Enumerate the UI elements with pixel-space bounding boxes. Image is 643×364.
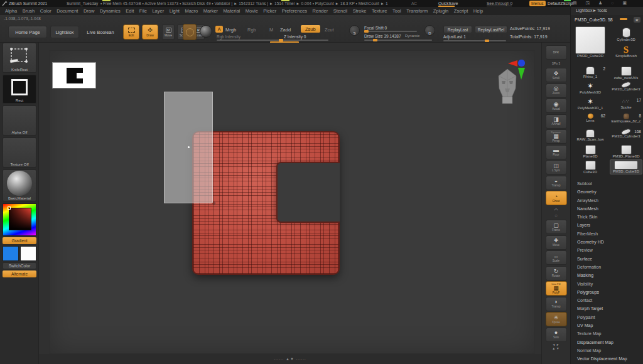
xpose-button[interactable]: ✳Xpose (546, 312, 567, 326)
transp-lower-button[interactable]: ◗Transp (546, 297, 567, 311)
m-toggle[interactable]: M (269, 27, 273, 33)
persp-button[interactable]: Dynamic▦Persp (546, 129, 567, 144)
tool-item[interactable]: Plane3D (574, 145, 607, 158)
polyframe-button[interactable]: Line Fill▦PolyF (546, 281, 567, 296)
rgb-toggle[interactable]: Rgb (247, 27, 256, 33)
tool-item[interactable]: 62 Lens (574, 114, 607, 122)
aahalf-button[interactable]: ◨AAHalf (546, 114, 567, 129)
tool-item[interactable]: 168 PM3D_Cylinder3 (610, 129, 642, 138)
menu-layer[interactable]: Layer (152, 8, 164, 14)
frame-button[interactable]: ▢Frame (546, 220, 567, 234)
floor-button[interactable]: ▬Floor (546, 145, 567, 159)
bottom-tray-divider[interactable]: ∙∙∙∙∙∙ ▲▼ ∙∙∙∙∙∙ (39, 354, 541, 364)
lightbox-button[interactable]: LightBox (50, 26, 79, 38)
divider-arrows[interactable]: ▲▼ (286, 357, 294, 361)
menu-transform[interactable]: Transform (406, 8, 428, 14)
switch-color-button[interactable]: SwitchColor (3, 262, 36, 269)
menus-button[interactable]: Menus (529, 1, 546, 6)
menu-zscript[interactable]: Zscript (454, 8, 468, 14)
home-page-button[interactable]: Home Page (8, 26, 47, 38)
titlebar-icons[interactable]: ▤ ◳ ♟ ◌ ▣ (573, 1, 630, 6)
zadd-toggle[interactable]: Zadd (280, 27, 291, 33)
section-polypaint[interactable]: Polypaint (571, 313, 643, 321)
menu-brush[interactable]: Brush (23, 8, 35, 14)
actual-button[interactable]: ◉Actual (546, 99, 567, 113)
tool-item[interactable]: RAW_Scan_low (574, 129, 607, 141)
misc-shelf-icons[interactable]: ◠◌ (546, 206, 567, 219)
menu-tool[interactable]: Tool (392, 8, 401, 14)
menu-texture[interactable]: Texture (372, 8, 387, 14)
draw-size-slider[interactable]: Draw Size 39.14387 (364, 34, 401, 38)
selection-rectangle[interactable] (164, 92, 213, 203)
menu-stroke[interactable]: Stroke (353, 8, 367, 14)
replay-last-rel-button[interactable]: ReplayLastRel (475, 26, 507, 33)
stroke-selector[interactable]: Rect (3, 75, 36, 104)
menu-file[interactable]: File (139, 8, 147, 14)
menu-zplugin[interactable]: Zplugin (433, 8, 449, 14)
menu-alpha[interactable]: Alpha (5, 8, 17, 14)
gradient-button[interactable]: Gradient (3, 237, 36, 244)
edit-mode-button[interactable]: Edit (123, 24, 139, 40)
zoom-button[interactable]: ◎Zoom (546, 83, 567, 98)
section-visibility[interactable]: Visibility (571, 280, 643, 288)
bpr-button[interactable]: BPR (546, 45, 567, 60)
adjust-last-handle[interactable] (485, 40, 489, 42)
tool-item[interactable]: 2 Rhino_1 (574, 67, 607, 78)
tool-item[interactable]: Cube3D (574, 161, 607, 174)
r-button[interactable]: R (634, 17, 640, 23)
texture-selector[interactable]: Texture Off (3, 137, 36, 168)
color-a-chip[interactable]: A (215, 26, 223, 33)
document-viewport[interactable]: + (49, 50, 535, 354)
tool-item[interactable]: S SimpleBrush (610, 45, 642, 58)
section-morph-target[interactable]: Morph Target (571, 304, 643, 313)
section-preview[interactable]: Preview (571, 246, 643, 254)
rotate-nav-button[interactable]: ↻Rotate (546, 266, 567, 281)
menu-document[interactable]: Document (57, 8, 78, 14)
section-surface[interactable]: Surface (571, 255, 643, 263)
section-masking[interactable]: Masking (571, 271, 643, 279)
color-picker[interactable] (3, 203, 36, 236)
section-texture-map[interactable]: Texture Map (571, 329, 643, 338)
menu-material[interactable]: Material (224, 8, 240, 14)
section-arraymesh[interactable]: ArrayMesh (571, 196, 643, 205)
quicksave-button[interactable]: QuickSave (438, 1, 458, 6)
menu-picker[interactable]: Picker (263, 8, 276, 14)
lsym-button[interactable]: ◫L.Sym (546, 160, 567, 174)
tool-item[interactable]: PM3D_Plane3D (610, 145, 642, 158)
material-selector[interactable]: BasicMaterial (3, 169, 36, 201)
rgb-intensity-slider[interactable]: Rgb Intensity (217, 35, 240, 39)
draw-size-handle[interactable] (373, 39, 377, 41)
section-displacement-map[interactable]: Displacement Map (571, 338, 643, 346)
tool-item[interactable]: ✶ PolyMesh3D (574, 82, 607, 94)
section-layers[interactable]: Layers (571, 221, 643, 229)
section-subtool[interactable]: Subtool (571, 179, 643, 188)
focal-shift-slider[interactable]: Focal Shift 0 (364, 26, 387, 30)
menu-render[interactable]: Render (313, 8, 328, 14)
menu-macro[interactable]: Macro (185, 8, 198, 14)
zcut-toggle[interactable]: Zcut (325, 27, 334, 33)
stroke-s-picker[interactable]: S (349, 25, 360, 36)
default-zscript-button[interactable]: DefaultZScript (548, 1, 573, 6)
menu-stencil[interactable]: Stencil (333, 8, 348, 14)
solo-button[interactable]: ●Solo (546, 328, 567, 342)
saturation-value-square[interactable] (9, 208, 31, 230)
nav-pad[interactable]: ◂ ▸▴ ▾ (553, 343, 559, 350)
section-thick-skin[interactable]: Thick Skin (571, 213, 643, 221)
section-geometry-hd[interactable]: Geometry HD (571, 238, 643, 246)
axis-gizmo[interactable] (508, 58, 529, 81)
tool-item[interactable]: cube_newUVs (610, 67, 642, 80)
alternate-button[interactable]: Alternate (3, 270, 36, 277)
tool-item[interactable]: 17 ∴∵ Spoke (610, 98, 642, 109)
secondary-color-swatch[interactable] (20, 246, 36, 261)
z-intensity-slider[interactable]: Z Intensity 0 (284, 35, 306, 39)
brush-selector[interactable]: KnifeRect (3, 43, 36, 73)
menu-light[interactable]: Light (170, 8, 180, 14)
focal-shift-handle[interactable] (364, 30, 369, 33)
current-tool-thumbnail[interactable]: PM3D_Cube3D (574, 26, 607, 58)
menu-marker[interactable]: Marker (203, 8, 218, 14)
dynamic-toggle[interactable]: Dynamic (405, 34, 419, 38)
current-brush-button[interactable] (183, 24, 197, 40)
menu-dynamics[interactable]: Dynamics (100, 8, 121, 14)
see-through-slider[interactable]: See-through 0 (487, 1, 512, 6)
adjust-last-slider[interactable]: AdjustLast 1 (443, 35, 466, 39)
